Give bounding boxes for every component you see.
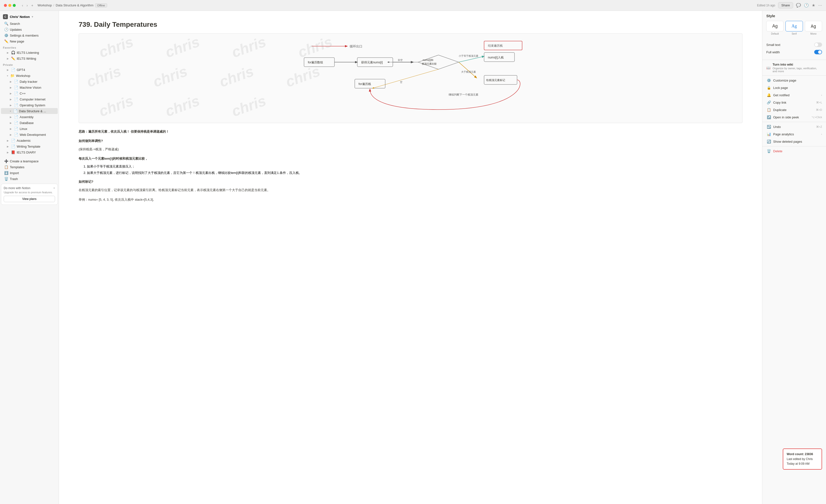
assembly-label: Assembly [20, 115, 34, 119]
sidebar-item-workshop[interactable]: ▾ 📁 Workshop [1, 73, 58, 79]
sidebar-item-database[interactable]: ▶ 📄 DataBase [1, 120, 58, 126]
new-page-item[interactable]: ✏️ New page [1, 38, 58, 44]
sidebar-item-operating-system[interactable]: ▶ 📄 Operating System [1, 102, 58, 108]
sidebar-item-create-teamspace[interactable]: ➕ Create a teamspace [1, 158, 58, 164]
q1-ans: (保持栈底->栈顶，严格递减) [79, 147, 743, 152]
close-button[interactable] [4, 4, 7, 7]
thought-section: 思路：遍历所有元素，依次压入栈！ 但要保持栈是单调递减的！ [79, 129, 743, 134]
turn-into-wiki-item[interactable]: 📖 Turn into wiki Organize by owner, tags… [762, 61, 826, 74]
upgrade-close-icon[interactable]: × [53, 186, 55, 190]
search-label: Search [10, 22, 20, 25]
writing-template-label: Writing Template [17, 145, 40, 148]
ielts-writing-icon: ✏️ [11, 57, 15, 60]
small-text-toggle[interactable] [814, 43, 822, 47]
thought-label: 思路：遍历所有元素，依次压入栈！ 但要保持栈是单调递减的！ [79, 130, 169, 133]
undo-label: Undo [773, 125, 814, 129]
sidebar-item-gpt4[interactable]: ▶ 📄 GPT4 [1, 67, 58, 73]
traffic-lights [4, 4, 16, 7]
toggle-section: Small text Full width [762, 38, 826, 59]
list-item-2: 2. 如果大于栈顶元素，进行标记，说明找到了大于栈顶的元素，且它为第一个！栈顶元… [79, 171, 743, 175]
sidebar-item-daily-tracker[interactable]: ▶ 📄 Daily tracker [1, 79, 58, 84]
analytics-icon: 📊 [766, 132, 771, 136]
page-analytics-item[interactable]: 📊 Page analytics › [762, 130, 826, 138]
get-notified-item[interactable]: 🔔 Get notified › [762, 91, 826, 99]
style-default-button[interactable]: Ag [766, 21, 783, 32]
operating-system-icon: 📄 [14, 103, 18, 107]
get-notified-label: Get notified [773, 93, 819, 97]
ielts-writing-label: IELTS Writing [17, 57, 36, 60]
share-button[interactable]: Share [778, 2, 793, 8]
updates-item[interactable]: 🕐 Updates [1, 26, 58, 33]
lock-icon: 🔒 [766, 86, 771, 90]
style-options: Ag Ag Ag [766, 21, 822, 32]
sidebar-item-import[interactable]: ⬇️ Import [1, 170, 58, 176]
editor-label: Last edited by Chris [787, 457, 818, 461]
search-item[interactable]: 🔍 Search [1, 21, 58, 26]
svg-text:获得元素nums[i]: 获得元素nums[i] [361, 61, 383, 64]
gpt4-icon: 📄 [11, 68, 15, 72]
link-icon: 🔗 [766, 101, 771, 105]
sidebar-item-computer-internet[interactable]: ▶ 📄 Computer Internet [1, 96, 58, 102]
workspace-name: Chris' Notion [10, 15, 30, 19]
sidebar-item-ielts-diary[interactable]: ▶ 📕 IELTS DIARY [1, 149, 58, 155]
sidebar-item-templates[interactable]: 📋 Templates [1, 164, 58, 170]
duplicate-item[interactable]: 📋 Duplicate ⌘+D [762, 106, 826, 114]
workshop-label: Workshop [16, 74, 30, 78]
back-button[interactable]: ‹ [21, 3, 24, 8]
edited-label: Edited 1h ago [757, 4, 775, 7]
workspace-item[interactable]: C Chris' Notion ▾ [0, 13, 59, 21]
upgrade-label: Do more with Notion [4, 186, 31, 190]
sidebar-item-writing-template[interactable]: ▶ 📄 Writing Template [1, 143, 58, 149]
word-count-label: Word count: 23836 [787, 452, 818, 457]
chevron-icon: ▶ [10, 116, 12, 118]
sidebar-item-trash[interactable]: 🗑️ Trash [1, 176, 58, 182]
updates-label: Updates [10, 28, 21, 32]
add-page-button[interactable]: + [30, 3, 35, 8]
minimize-button[interactable] [8, 4, 11, 7]
style-mono-button[interactable]: Ag [805, 21, 822, 32]
sidebar-item-data-structure[interactable]: ▾ 📄 Data Structure & ... [1, 108, 58, 114]
sidebar-item-ielts-listening[interactable]: ▶ 🎧 IELTS Listening [1, 50, 58, 56]
sidebar-item-cpp[interactable]: ▶ 📄 C++ [1, 90, 58, 96]
q3-ans: 在栈顶元素的索引位置，记录该元素的与栈顶索引距离。给栈顶元素标记当前元素，表示栈… [79, 187, 743, 193]
chevron-icon: ▶ [10, 127, 12, 130]
copy-link-item[interactable]: 🔗 Copy link ⌘+L [762, 99, 826, 106]
style-serif-label: Serif [785, 33, 803, 35]
chevron-icon: ▶ [10, 98, 12, 101]
sidebar-item-linux[interactable]: ▶ 📄 Linux [1, 126, 58, 132]
breadcrumb-page[interactable]: Data Structure & Algorithm [56, 3, 94, 7]
star-icon[interactable]: ★ [812, 3, 815, 8]
style-serif-button[interactable]: Ag [785, 21, 803, 32]
sidebar-item-ielts-writing[interactable]: ▶ ✏️ IELTS Writing [1, 56, 58, 61]
breadcrumb-workshop[interactable]: Workshop [38, 3, 52, 7]
undo-item[interactable]: ↩️ Undo ⌘+Z [762, 123, 826, 130]
teamspace-label: Create a teamspace [10, 160, 39, 163]
maximize-button[interactable] [13, 4, 16, 7]
delete-item[interactable]: 🗑️ Delete [762, 147, 826, 155]
customize-page-item[interactable]: ⚙️ Customize page [762, 77, 826, 84]
settings-item[interactable]: ⚙️ Settings & members [1, 33, 58, 38]
more-icon[interactable]: ⋯ [818, 3, 822, 8]
titlebar: ‹ › + Workshop / Data Structure & Algori… [0, 0, 826, 11]
divider [762, 60, 826, 60]
chevron-icon: ▶ [7, 57, 9, 60]
show-deleted-pages-item[interactable]: 🔄 Show deleted pages [762, 138, 826, 145]
view-plans-button[interactable]: View plans [4, 196, 55, 202]
copy-link-label: Copy link [773, 101, 814, 105]
sidebar-item-web-development[interactable]: ▶ 📄 Web Development [1, 132, 58, 137]
sidebar-item-academic[interactable]: ▶ 📄 Academic [1, 137, 58, 143]
full-width-toggle[interactable] [814, 50, 822, 54]
open-in-side-peek-item[interactable]: ↗️ Open in side peek ⌥+Click [762, 114, 826, 121]
data-structure-icon: 📄 [13, 109, 17, 113]
forward-button[interactable]: › [25, 3, 29, 8]
sidebar-item-machine-vision[interactable]: ▶ 📄 Machine Vision [1, 84, 58, 90]
linux-icon: 📄 [14, 127, 18, 131]
svg-text:小于等于栈顶元素: 小于等于栈顶元素 [459, 55, 478, 57]
history-icon[interactable]: 🕐 [804, 3, 809, 8]
comment-icon[interactable]: 💬 [796, 3, 801, 8]
deleted-pages-icon: 🔄 [766, 139, 771, 143]
svg-text:给栈顶元素标记: 给栈顶元素标记 [486, 79, 505, 81]
workspace-chevron: ▾ [32, 15, 33, 18]
lock-page-item[interactable]: 🔒 Lock page [762, 84, 826, 91]
sidebar-item-assembly[interactable]: ▶ 📄 Assembly [1, 114, 58, 120]
